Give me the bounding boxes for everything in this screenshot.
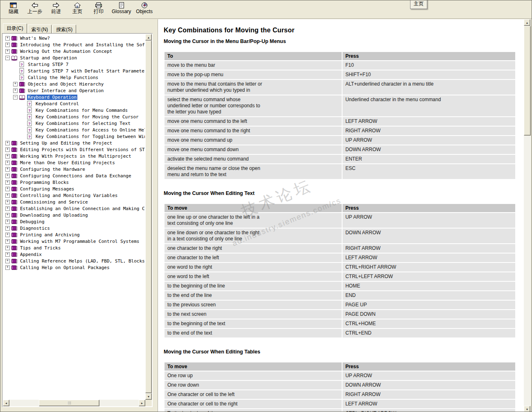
- expand-icon[interactable]: +: [5, 200, 10, 204]
- book-icon: [11, 238, 18, 244]
- back-button[interactable]: 上一步: [24, 1, 45, 18]
- tree-item[interactable]: +Working With Projects in the Multiproje…: [4, 153, 145, 159]
- expand-icon[interactable]: +: [5, 167, 10, 172]
- tree-item[interactable]: ?Key Combinations for Moving the Cursor: [4, 113, 145, 120]
- help-page-icon: ?: [19, 68, 25, 74]
- table-cell: ALT+underlined character in a menu title: [343, 80, 515, 95]
- expand-icon[interactable]: +: [5, 161, 10, 165]
- tree-item[interactable]: +Configuring the Hardware: [4, 166, 145, 172]
- table-header-row: ToPress: [165, 52, 515, 60]
- tree-item[interactable]: +Configuring Messages: [4, 186, 145, 192]
- tree-horizontal-scrollbar[interactable]: ◄ ►: [3, 400, 145, 406]
- hide-button[interactable]: 隐藏: [3, 1, 24, 18]
- table-cell: one word to the right: [165, 263, 342, 272]
- forward-button-label: 前进: [51, 9, 61, 14]
- scroll-thumb[interactable]: [145, 41, 152, 393]
- tree-item[interactable]: +Printing and Archiving: [4, 231, 145, 238]
- tree-item[interactable]: ?Key Combinations for Menu Commands: [4, 107, 145, 113]
- collapse-icon[interactable]: −: [13, 95, 18, 100]
- tree-item[interactable]: +Controlling and Monitoring Variables: [4, 192, 145, 199]
- forward-button[interactable]: 前进: [45, 1, 67, 18]
- tree-item[interactable]: +Appendix: [4, 251, 145, 258]
- objects-button[interactable]: Objects: [133, 1, 155, 18]
- back-arrow-icon: [31, 2, 38, 9]
- expand-icon[interactable]: +: [5, 239, 10, 244]
- expand-icon[interactable]: +: [5, 206, 10, 211]
- collapse-icon[interactable]: −: [5, 56, 10, 60]
- expand-icon[interactable]: +: [5, 187, 10, 191]
- tree-item[interactable]: +Editing Projects with Different Version…: [4, 146, 145, 153]
- expand-icon[interactable]: +: [5, 180, 10, 185]
- tree-item[interactable]: ?Calling the Help Functions: [4, 74, 145, 81]
- home-button-label: 主页: [72, 9, 82, 14]
- expand-icon[interactable]: +: [5, 213, 10, 217]
- forward-arrow-icon: [52, 2, 60, 9]
- table-cell: LEFT ARROW: [343, 254, 515, 262]
- scroll-thumb[interactable]: [39, 400, 99, 406]
- table-cell: one line down or one character to the ri…: [165, 229, 342, 243]
- tree-item[interactable]: +Working Out the Automation Concept: [4, 48, 145, 54]
- tab-search[interactable]: 搜索(S): [52, 25, 76, 33]
- tree-item[interactable]: +Tips and Tricks: [4, 244, 145, 251]
- expand-icon[interactable]: +: [5, 220, 10, 224]
- content-vertical-scrollbar[interactable]: ▲ ▼: [524, 19, 531, 412]
- scroll-down-button[interactable]: ▼: [145, 393, 152, 400]
- tree-item[interactable]: +What's New?: [4, 35, 145, 41]
- tree-item[interactable]: −Startup and Operation: [4, 54, 145, 61]
- table-cell: move one menu command to the left: [165, 117, 342, 126]
- expand-icon[interactable]: +: [5, 246, 10, 250]
- tree-item[interactable]: +User Interface and Operation: [4, 87, 145, 94]
- expand-icon[interactable]: +: [5, 141, 10, 145]
- expand-icon[interactable]: +: [13, 82, 18, 86]
- home-button[interactable]: 主页: [67, 1, 88, 18]
- table-cell: HOME: [343, 282, 515, 290]
- tree-item[interactable]: +More than One User Editing Projects: [4, 159, 145, 166]
- tab-index[interactable]: 索引(N): [28, 25, 52, 33]
- scroll-up-button[interactable]: ▲: [145, 34, 152, 41]
- expand-icon[interactable]: +: [5, 36, 10, 41]
- tree-item[interactable]: ?Starting STEP 7 with Default Start Para…: [4, 68, 145, 74]
- scroll-down-button[interactable]: ▼: [524, 406, 530, 412]
- tree-vertical-scrollbar[interactable]: ▲ ▼: [145, 34, 152, 400]
- tree-item-label: Setting Up and Editing the Project: [19, 140, 113, 146]
- tree-item[interactable]: +Programming Blocks: [4, 179, 145, 186]
- tree-item[interactable]: −Keyboard Operation: [4, 94, 145, 100]
- table-cell: DOWN ARROW: [343, 145, 515, 154]
- tree-item[interactable]: +Setting Up and Editing the Project: [4, 140, 145, 146]
- expand-icon[interactable]: +: [5, 147, 10, 152]
- scroll-left-button[interactable]: ◄: [3, 400, 9, 406]
- tree-item[interactable]: +Commissioning and Service: [4, 199, 145, 205]
- tree-item[interactable]: ?Key Combinations for Selecting Text: [4, 120, 145, 127]
- expand-icon[interactable]: +: [5, 49, 10, 54]
- expand-icon[interactable]: +: [13, 88, 18, 93]
- tree-item[interactable]: +Diagnostics: [4, 225, 145, 231]
- tree-item[interactable]: ?Starting STEP 7: [4, 61, 145, 68]
- tab-contents[interactable]: 目录(C): [3, 23, 27, 33]
- expand-icon[interactable]: +: [5, 226, 10, 231]
- tree-item[interactable]: +Establishing an Online Connection and M…: [4, 205, 145, 212]
- tree-item[interactable]: +Configuring Connections and Data Exchan…: [4, 172, 145, 179]
- scroll-thumb[interactable]: [524, 26, 531, 136]
- scroll-up-button[interactable]: ▲: [524, 19, 530, 26]
- expand-icon[interactable]: +: [5, 43, 10, 47]
- tree-item[interactable]: +Debugging: [4, 218, 145, 225]
- expand-icon[interactable]: +: [5, 154, 10, 158]
- scroll-right-button[interactable]: ►: [139, 400, 145, 406]
- tree-item[interactable]: ?Key Combinations for Toggling between W…: [4, 133, 145, 140]
- expand-icon[interactable]: +: [5, 259, 10, 263]
- tree-item[interactable]: +Calling Help on Optional Packages: [4, 264, 145, 271]
- tree-item[interactable]: ?Keyboard Control: [4, 100, 145, 107]
- expand-icon[interactable]: +: [5, 252, 10, 257]
- tree-item[interactable]: +Downloading and Uploading: [4, 212, 145, 218]
- glossary-button[interactable]: Glossary: [109, 1, 133, 18]
- tree-item[interactable]: +Working with M7 Programmable Control Sy…: [4, 238, 145, 244]
- tree-item[interactable]: ?Key Combinations for Access to Online H…: [4, 127, 145, 133]
- expand-icon[interactable]: +: [5, 174, 10, 178]
- tree-item[interactable]: +Calling Reference Helps (LAD, FBD, STL,…: [4, 258, 145, 264]
- tree-item[interactable]: +Objects and Object Hierarchy: [4, 81, 145, 87]
- tree-item[interactable]: +Introducing the Product and Installing …: [4, 41, 145, 48]
- print-button[interactable]: 打印: [88, 1, 109, 18]
- expand-icon[interactable]: +: [5, 233, 10, 237]
- expand-icon[interactable]: +: [5, 193, 10, 198]
- expand-icon[interactable]: +: [5, 265, 10, 270]
